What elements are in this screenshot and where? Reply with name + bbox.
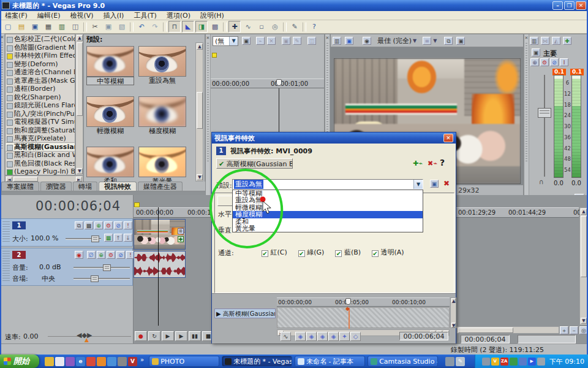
vb-icon[interactable]: V [128,357,137,366]
channel-checkbox[interactable]: ✔ 綠(G) [298,248,325,257]
preset-thumbnail[interactable]: 輕微模糊 [86,96,134,137]
make-parent-icon[interactable]: ↓ [124,234,132,242]
keyframe-playhead[interactable] [345,298,351,305]
preset-option[interactable]: 柔和 [233,218,423,225]
channel-checkbox[interactable]: ✔ 藍(B) [335,248,361,257]
solo-icon[interactable]: ! [124,221,132,229]
audio-event-clip[interactable] [134,251,186,278]
play-button[interactable]: ▶ [175,331,187,341]
timeline-playhead[interactable] [158,207,159,326]
track-fx-icon[interactable]: ⊕ [94,221,103,229]
menu-item[interactable]: 檔案(F) [0,11,32,20]
normal-edit-tool-icon[interactable]: ✚ [228,21,241,33]
video-fx-item[interactable]: 遮罩產生器(Mask Gener [6,77,75,85]
minimize-button[interactable]: – [552,1,563,10]
trimmer-save-icon[interactable]: ▣ [242,37,251,45]
volume-value[interactable]: 0.0 dB [39,263,61,271]
video-fx-item[interactable]: 馬賽克(Pixelate) [6,134,75,143]
plugin-enabled-check-icon[interactable]: ✔ [219,160,224,168]
menu-item[interactable]: 工具(T) [129,11,161,20]
video-fx-item[interactable]: 黑和白(Black and White [6,151,75,159]
chevron-down-icon[interactable]: ▼ [433,38,437,44]
help-icon[interactable]: ? [440,158,445,167]
import-media-icon[interactable]: ◫ [69,21,81,33]
taskbar-button-camtasia[interactable]: Camtasia Studio - Unti... [368,356,438,367]
dock-tab[interactable]: 轉場 [73,182,97,191]
rate-value[interactable]: 0.00 [23,332,39,340]
scroll-right-icon[interactable]: ► [76,177,82,182]
checkbox-check-icon[interactable]: ✔ [372,250,379,257]
chevron-down-icon[interactable]: ▼ [413,180,423,189]
keyframe-ruler[interactable]: 00:00:00;00 00:00:05;00 00:00:10;00 [277,297,450,307]
preset-thumbnail[interactable]: 中等模糊 [86,46,134,86]
tray-mediaplayer-icon[interactable]: ▶ [528,358,536,366]
save-project-icon[interactable]: ▣ [29,21,41,33]
menu-item[interactable]: 插入(I) [99,11,129,20]
separator[interactable] [283,22,287,32]
new-project-icon[interactable]: ▢ [2,21,14,33]
envelope-tool-icon[interactable]: ∿ [242,21,254,33]
ignore-grouping-icon[interactable]: ▩ [209,21,221,33]
dock-tab[interactable]: 媒體產生器 [138,182,183,191]
volume-slider[interactable] [74,267,130,269]
bus-solo-icon[interactable]: I [560,58,568,66]
master-fader-track[interactable] [544,75,545,177]
parent-composite-icon[interactable]: ▩ [85,221,93,229]
media-app-icon[interactable] [66,357,75,366]
zoom-out-time-icon[interactable]: － [570,326,578,334]
open-project-icon[interactable]: ▤ [15,21,28,33]
chrome-icon[interactable] [86,357,96,366]
trimmer-zoom-icon[interactable]: ⌁ [256,37,265,45]
preset-option[interactable]: 黃光暈 [233,225,423,232]
tray-device-icon[interactable] [482,358,490,366]
loop-playback-button[interactable]: ↻ [148,331,160,341]
messenger-icon[interactable] [107,357,116,366]
tray-green-icon[interactable] [510,358,518,366]
separator[interactable] [303,22,306,32]
scroll-up-icon[interactable]: ▲ [581,209,587,215]
firefox-icon[interactable] [97,357,106,366]
tray-shield-icon[interactable]: V [491,358,499,366]
trimmer-playhead[interactable] [276,79,282,86]
trimmer-delete-icon[interactable]: ✕ [267,37,276,45]
bus-mute-icon[interactable]: ⊘ [550,58,559,66]
selection-tool-icon[interactable]: ▫ [255,21,268,33]
video-fx-item[interactable]: 菲林特效(Film Effects) [6,52,75,60]
plugin-chain-button[interactable]: ✔ 高斯模糊(Gaussian Blur) [216,158,293,169]
menu-item[interactable]: 選項(O) [162,11,195,20]
invert-phase-icon[interactable]: ∅ [87,251,96,259]
automation-settings-icon[interactable]: ⚙ [104,221,113,229]
track-header-2[interactable]: 2 ◉ ∅ ⊕ ⚙ ⊘ ! 音量: 0.0 dB 音場: 中央 [1,248,133,286]
keyframe-diamond-icon[interactable]: ◆ [345,305,350,312]
pause-button[interactable]: ▮▮ [189,331,201,341]
checkbox-check-icon[interactable]: ✔ [335,250,342,257]
channel-checkbox[interactable]: ✔ 透明(A) [372,248,404,257]
start-button[interactable]: 開始 [0,355,39,368]
fader-lock-icon[interactable]: ∩ [539,178,544,186]
prev-keyframe-button[interactable]: ◈ [306,332,317,341]
play-from-start-button[interactable]: ▶ [162,331,174,341]
video-fx-item[interactable]: 銳化(Sharpen) [6,93,75,102]
video-fx-item[interactable]: 黑色回復(Black Restore) [6,159,75,168]
presets-vscrollbar[interactable]: ▲ ▼ [195,42,203,182]
size-slider[interactable] [66,238,101,240]
video-fx-item[interactable]: 高斯模糊(Gaussian Blur) [6,143,75,151]
mixer-grip[interactable]: ✕ [524,34,529,204]
master-fader-handle[interactable] [538,108,551,118]
scroll-up-icon[interactable]: ▲ [197,44,203,50]
save-snapshot-icon[interactable]: ▣ [456,37,465,45]
whats-this-help-icon[interactable]: ? [308,21,320,33]
plugin-add-icon[interactable]: ✚⌁ [413,159,423,167]
preset-combobox[interactable]: 重設為無 ▼ [232,179,423,190]
first-keyframe-button[interactable]: ◈ [295,332,306,341]
zoom-tool-icon[interactable]: ◎ [269,21,281,33]
preview-overlay-icon[interactable]: ◉ [363,37,371,45]
record-arm-icon[interactable]: ◉ [75,251,83,259]
track-motion-icon[interactable]: ▦ [104,234,113,242]
copy-icon[interactable]: ▣ [102,21,115,33]
keyframe-row-label[interactable]: ▶ 高斯模糊(Gaussian Blu [214,309,276,318]
bus-automation-icon[interactable]: ⚙ [540,58,549,66]
close-button[interactable]: ✕ [576,1,586,10]
zoom-in-time-icon[interactable]: ＋ [560,326,568,334]
title-bar[interactable]: 未標題的 * - Vegas Pro 9.0 – ❐ ✕ [0,0,588,11]
